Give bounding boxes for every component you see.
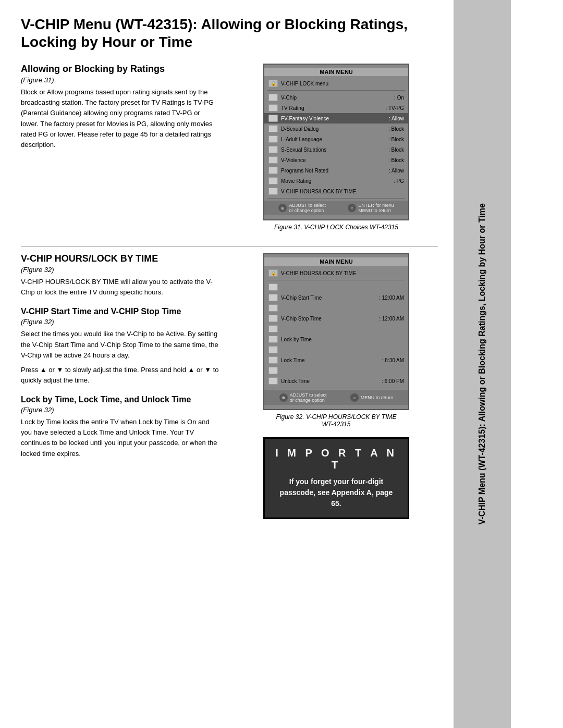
figure32-caption: Figure 32. V-CHIP HOURS/LOCK BY TIMEWT-4… — [276, 413, 397, 428]
menu1-title: MAIN MENU — [264, 68, 408, 76]
menu1-icon-10 — [268, 188, 278, 195]
menu1-label-l: L-Adult Language — [281, 137, 388, 142]
menu2-row-blank1 — [264, 282, 408, 292]
menu2-footer-left: ⊕ ADJUST to selector change option — [279, 392, 327, 403]
menu2-footer-left-text: ADJUST to selector change option — [290, 392, 327, 403]
bottom-section: V-CHIP HOURS/LOCK BY TIME (Figure 32) V-… — [21, 253, 438, 519]
menu1-separator2 — [267, 198, 405, 199]
menu2-row-locktime: Lock Time : 8:30 AM — [264, 355, 408, 365]
menu2-icon-5 — [268, 377, 278, 385]
menu1-value-d: : Block — [388, 126, 404, 132]
menu1-row-l: L-Adult Language : Block — [264, 134, 408, 144]
menu2-icon-1 — [268, 294, 278, 301]
figure31-menu: MAIN MENU 🔒 V-CHIP LOCK menu V-Chip : On — [263, 64, 409, 220]
menu2-row-blank5 — [264, 365, 408, 376]
right-bottom-col: MAIN MENU 🔒 V-CHIP HOURS/LOCK BY TIME V-… — [235, 253, 438, 519]
adjust-icon-2: ⊕ — [279, 393, 288, 402]
menu2-value-stoptime: : 12:00 AM — [379, 316, 404, 322]
menu2-icon-b3 — [268, 325, 278, 332]
menu2-icon-4 — [268, 356, 278, 364]
menu1-separator1 — [267, 90, 405, 91]
menu1-row-fv: FV-Fantasy Violence : Allow — [264, 113, 408, 124]
menu2-footer: ⊕ ADJUST to selector change option ○ MEN… — [264, 390, 408, 405]
menu1-row-tvrating: TV Rating : TV-PG — [264, 103, 408, 113]
figure31-container: MAIN MENU 🔒 V-CHIP LOCK menu V-Chip : On — [235, 64, 438, 231]
menu2-icon-2 — [268, 315, 278, 322]
page-title: V-CHIP Menu (WT-42315): Allowing or Bloc… — [21, 16, 438, 51]
menu1-icon-7 — [268, 156, 278, 164]
menu1-row-hours: V-CHIP HOURS/LOCK BY TIME — [264, 186, 408, 196]
menu2-label-stoptime: V-Chip Stop Time — [281, 316, 379, 322]
section4-heading: Lock by Time, Lock Time, and Unlock Time — [21, 395, 219, 404]
menu2-label-unlocktime: Unlock Time — [281, 378, 382, 384]
menu1-value-pnr: : Allow — [389, 168, 404, 174]
section3-body1: Select the times you would like the V-Ch… — [21, 329, 219, 360]
section1-body: Block or Allow programs based upon ratin… — [21, 87, 219, 150]
menu1-icon-9 — [268, 177, 278, 184]
menu1-row-v: V-Violence : Block — [264, 155, 408, 165]
menu2-footer-right: ○ MENU to return — [350, 392, 394, 403]
menu1-value-v: : Block — [388, 157, 404, 163]
menu2-title: MAIN MENU — [264, 257, 408, 266]
menu1-row-mr: Movie Rating : PG — [264, 176, 408, 186]
adjust-icon: ⊕ — [278, 204, 287, 212]
menu1-label-s: S-Sexual Situations — [281, 147, 388, 153]
menu1-footer-left-text: ADJUST to selector change option — [289, 203, 326, 213]
menu1-icon-8 — [268, 167, 278, 174]
menu1-value-mr: : PG — [394, 178, 404, 184]
menu1-value-tvrating: : TV-PG — [386, 105, 404, 111]
menu-icon-2: ○ — [350, 393, 359, 402]
section2-heading: V-CHIP HOURS/LOCK BY TIME — [21, 253, 219, 264]
menu1-footer: ⊕ ADJUST to selector change option ○ ENT… — [264, 201, 408, 215]
important-title: I M P O R T A N T — [275, 447, 397, 471]
menu2-row-stoptime: V-Chip Stop Time : 12:00 AM — [264, 313, 408, 324]
menu1-label-tvrating: TV Rating — [281, 105, 386, 111]
important-text: If you forget your four-digit passcode, … — [275, 476, 397, 509]
menu2-value-locktime: : 8:30 AM — [382, 357, 404, 363]
lock-icon-2: 🔒 — [268, 269, 278, 277]
section4-figure-ref: (Figure 32) — [21, 406, 219, 414]
menu1-row-vchip: V-Chip : On — [264, 92, 408, 103]
section3-body2: Press ▲ or ▼ to slowly adjust the time. … — [21, 365, 219, 386]
menu2-icon-b5 — [268, 367, 278, 374]
menu1-icon-1 — [268, 94, 278, 101]
menu1-icon-2 — [268, 104, 278, 112]
menu1-icon-3 — [268, 115, 278, 122]
menu2-icon-b2 — [268, 304, 278, 312]
menu2-row-starttime: V-Chip Start Time : 12:00 AM — [264, 292, 408, 303]
menu1-footer-left: ⊕ ADJUST to selector change option — [278, 203, 326, 213]
menu1-value-fv: : Allow — [389, 116, 404, 121]
menu1-label-hours: V-CHIP HOURS/LOCK BY TIME — [281, 189, 404, 194]
menu2-value-starttime: : 12:00 AM — [379, 295, 404, 301]
menu1-value-vchip: : On — [394, 95, 404, 101]
main-content: V-CHIP Menu (WT-42315): Allowing or Bloc… — [0, 0, 454, 728]
menu1-label-vchip: V-Chip — [281, 95, 394, 101]
menu2-label-locktime: Lock Time — [281, 357, 382, 363]
menu2-row-unlocktime: Unlock Time : 6:00 PM — [264, 376, 408, 386]
menu2-label-starttime: V-Chip Start Time — [281, 295, 379, 301]
menu2-row-blank3 — [264, 324, 408, 334]
section2-figure-ref: (Figure 32) — [21, 266, 219, 274]
menu1-row-d: D-Sexual Dialog : Block — [264, 124, 408, 134]
menu1-footer-right: ○ ENTER for menuMENU to return — [348, 203, 394, 213]
menu2-value-unlocktime: : 6:00 PM — [382, 378, 404, 384]
menu1-value-s: : Block — [388, 147, 404, 153]
menu2-row-lockbytime: Lock by Time — [264, 334, 408, 344]
menu1-value-l: : Block — [388, 137, 404, 142]
menu1-row-s: S-Sexual Situations : Block — [264, 144, 408, 155]
menu2-label-lockbytime: Lock by Time — [281, 337, 404, 342]
enter-icon: ○ — [348, 204, 356, 212]
menu1-header-row: 🔒 V-CHIP LOCK menu — [264, 78, 408, 89]
menu1-row-pnr: Programs Not Rated : Allow — [264, 165, 408, 176]
menu1-label-fv: FV-Fantasy Violence — [281, 116, 389, 121]
menu1-label-d: D-Sexual Dialog — [281, 126, 388, 132]
important-box: I M P O R T A N T If you forget your fou… — [263, 437, 409, 519]
menu2-separator2 — [267, 388, 405, 388]
menu1-icon-5 — [268, 135, 278, 143]
menu1-label-v: V-Violence — [281, 157, 388, 163]
menu2-icon-3 — [268, 336, 278, 343]
menu1-label-mr: Movie Rating — [281, 178, 394, 184]
menu1-icon-4 — [268, 125, 278, 132]
section-divider — [21, 246, 438, 247]
menu2-row-blank4 — [264, 344, 408, 355]
